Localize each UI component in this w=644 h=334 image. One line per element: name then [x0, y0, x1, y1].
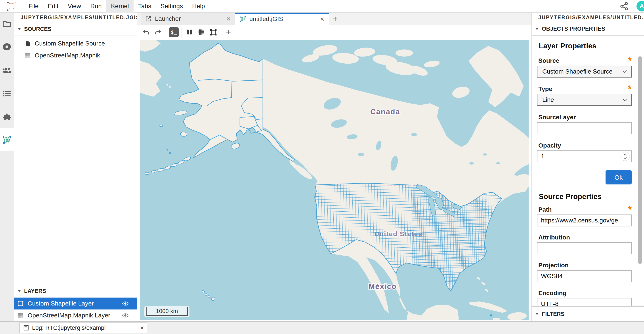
eye-icon[interactable] — [122, 312, 129, 319]
globe-icon[interactable] — [2, 135, 12, 145]
layers-section-header[interactable]: LAYERS — [14, 284, 137, 298]
ok-button[interactable]: Ok — [606, 170, 632, 184]
projection-input[interactable] — [537, 270, 632, 282]
sources-section-title: SOURCES — [24, 26, 52, 32]
tab-label: Launcher — [155, 15, 226, 22]
map-render: United States — [140, 40, 528, 320]
add-layer-button[interactable]: + — [223, 27, 234, 37]
layer-properties-title: Layer Properties — [537, 42, 632, 50]
type-select[interactable]: Line — [537, 94, 632, 106]
puzzle-icon[interactable] — [2, 112, 12, 122]
ok-row: Ok — [537, 170, 632, 184]
grid-icon — [198, 28, 206, 36]
caret-down-icon — [18, 28, 21, 30]
path-field: Path * — [537, 206, 632, 226]
right-panel-scrollbar[interactable] — [638, 50, 642, 318]
opacity-input[interactable] — [537, 150, 632, 162]
required-icon: * — [628, 57, 632, 64]
raster-layer-button[interactable] — [196, 27, 207, 37]
users-icon[interactable] — [2, 65, 12, 75]
map-label-mexico: México — [368, 282, 396, 291]
left-panel-breadcrumb: JUPYTERGIS/EXAMPLES/UNTITLED.JGIS — [14, 12, 137, 22]
launcher-icon — [145, 15, 152, 22]
sources-section: SOURCES — [14, 22, 137, 36]
grid-icon — [17, 312, 24, 319]
sourcelayer-label: SourceLayer — [538, 114, 632, 121]
chevron-down-icon — [622, 96, 628, 103]
close-icon[interactable]: × — [140, 324, 144, 332]
left-panel-spacer — [14, 91, 137, 284]
console-button[interactable]: $_ — [168, 27, 179, 37]
menu-item-run[interactable]: Run — [86, 0, 106, 12]
objects-properties-title: OBJECTS PROPERTIES — [542, 26, 605, 32]
layers-section-title: LAYERS — [24, 288, 46, 294]
menu-item-edit[interactable]: Edit — [43, 0, 63, 12]
new-tab-button[interactable]: + — [329, 12, 341, 25]
tab-launcher[interactable]: Launcher × — [140, 12, 235, 25]
running-icon[interactable] — [2, 42, 12, 52]
activity-bar-bottom-segment — [0, 151, 14, 322]
jupyter-logo-icon — [6, 1, 16, 11]
menu-item-kernel[interactable]: Kernel — [106, 0, 134, 12]
projection-field: Projection — [537, 262, 632, 282]
filters-section-header[interactable]: FILTERS — [532, 306, 644, 321]
source-field: Source * Custom Shapefile Source — [537, 57, 632, 77]
globe-icon — [239, 15, 246, 22]
log-icon — [23, 325, 30, 331]
menu-item-help[interactable]: Help — [188, 0, 210, 12]
layers-section: LAYERS Custom Shapefile Layer — [14, 284, 137, 322]
attribution-input[interactable] — [537, 242, 632, 254]
encoding-input[interactable] — [537, 298, 632, 306]
attribution-label: Attribution — [538, 234, 632, 241]
scalebar-label: 1000 km — [146, 307, 188, 316]
menu-item-settings[interactable]: Settings — [156, 0, 188, 12]
sources-section-header[interactable]: SOURCES — [14, 22, 137, 35]
tab-bar: Launcher × untitled.jGIS × + — [137, 12, 532, 25]
vector-square-icon — [209, 28, 217, 36]
redo-icon — [154, 28, 162, 36]
caret-down-icon — [535, 313, 539, 315]
source-select[interactable]: Custom Shapefile Source — [537, 66, 632, 77]
layer-item-label: OpenStreetMap.Mapnik Layer — [28, 312, 122, 319]
source-item-osm-mapnik[interactable]: OpenStreetMap.Mapnik — [14, 49, 137, 61]
main-row: JUPYTERGIS/EXAMPLES/UNTITLED.JGIS SOURCE… — [0, 12, 644, 322]
caret-down-icon — [535, 28, 539, 30]
source-item-label: Custom Shapefile Source — [35, 40, 105, 47]
folder-icon[interactable] — [2, 19, 12, 29]
scrollbar-thumb[interactable] — [638, 56, 642, 264]
toolbar-separator — [182, 26, 182, 38]
log-console-tab[interactable]: Log: RTC:jupytergis/exampl × — [20, 323, 147, 333]
vector-square-icon — [17, 300, 24, 307]
close-icon[interactable]: × — [226, 15, 232, 23]
vector-layer-button[interactable] — [208, 27, 219, 37]
file-icon — [24, 40, 31, 47]
objects-properties-section-header[interactable]: OBJECTS PROPERTIES — [532, 22, 644, 35]
menu-item-tabs[interactable]: Tabs — [134, 0, 156, 12]
layer-item-custom-shapefile[interactable]: Custom Shapefile Layer — [14, 298, 137, 310]
book-icon — [186, 28, 194, 36]
menu-item-view[interactable]: View — [63, 0, 86, 12]
list-icon[interactable] — [2, 89, 12, 99]
layer-item-label: Custom Shapefile Layer — [28, 300, 122, 307]
tab-untitled-jgis[interactable]: untitled.jGIS × — [235, 12, 329, 25]
layer-item-osm-mapnik[interactable]: OpenStreetMap.Mapnik Layer — [14, 310, 137, 322]
required-icon: * — [628, 206, 632, 213]
undo-icon — [142, 28, 150, 36]
map-canvas[interactable]: United States — [140, 40, 528, 320]
type-label: Type — [538, 85, 628, 93]
projection-label: Projection — [538, 262, 632, 269]
sourcelayer-input[interactable] — [537, 122, 632, 134]
menu-item-file[interactable]: File — [24, 0, 43, 12]
redo-button[interactable] — [153, 27, 164, 37]
avatar[interactable]: A — [636, 1, 644, 11]
close-icon[interactable]: × — [319, 15, 325, 23]
eye-icon[interactable] — [122, 300, 129, 307]
share-icon[interactable] — [619, 1, 629, 11]
source-item-custom-shapefile[interactable]: Custom Shapefile Source — [14, 37, 137, 49]
sourcelayer-field: SourceLayer — [537, 114, 632, 134]
spinner-icon[interactable] — [620, 152, 630, 161]
path-input[interactable] — [537, 215, 632, 226]
type-field: Type * Line — [537, 85, 632, 106]
undo-button[interactable] — [141, 27, 152, 37]
basemap-button[interactable] — [184, 27, 195, 37]
